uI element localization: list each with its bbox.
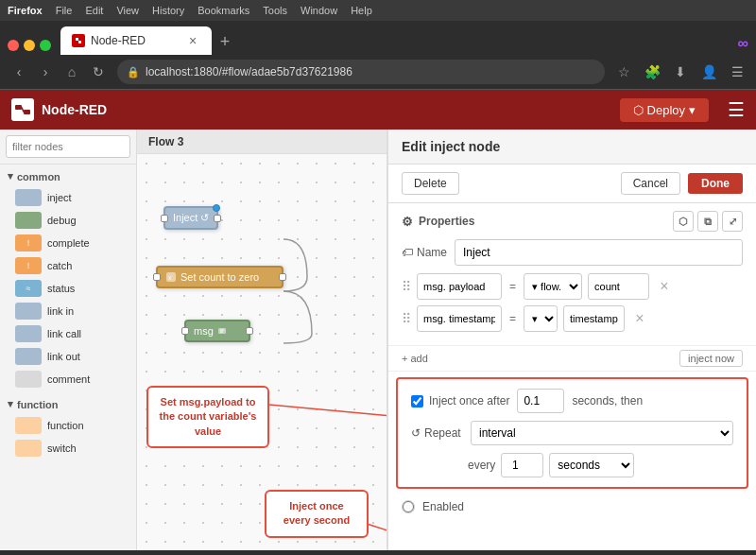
menu-view[interactable]: View	[116, 5, 139, 16]
extensions-icon[interactable]: 🧩	[641, 61, 663, 83]
status-bar: localhost:1880/#editor-tab-properties	[0, 550, 756, 555]
enabled-radio-input[interactable]	[403, 501, 414, 512]
sidebar-item-linkin[interactable]: link in	[0, 300, 136, 322]
sidebar-item-debug-label: debug	[47, 215, 77, 226]
delete-button[interactable]: Delete	[402, 172, 459, 195]
flow-tab[interactable]: Flow 3	[137, 130, 387, 154]
drag-handle-2[interactable]: ⠿	[402, 311, 411, 326]
inject-once-checkbox[interactable]	[411, 395, 423, 408]
sidebar-item-linkout[interactable]: link out	[0, 345, 136, 368]
logo-icon	[11, 98, 34, 121]
menu-edit[interactable]: Edit	[85, 5, 103, 16]
flow-canvas[interactable]: Inject ↺ x Set count to zero msg	[137, 154, 387, 550]
inject-once-value[interactable]	[517, 389, 564, 413]
section-function-header[interactable]: ▾ function	[0, 394, 136, 414]
sidebar-item-status[interactable]: ≈ status	[0, 277, 136, 300]
prop1-type-select[interactable]: ▾ flow.	[524, 273, 582, 300]
menu-app-name[interactable]: Firefox	[8, 5, 43, 16]
node-msg[interactable]: msg	[184, 320, 250, 342]
inject-port-left	[161, 215, 168, 222]
enabled-radio[interactable]	[402, 500, 415, 513]
sidebar-item-status-label: status	[47, 283, 75, 294]
refresh-btn[interactable]: ↻	[87, 61, 110, 83]
browser-chrome: Node-RED × + ∞ ‹ › ⌂ ↻ 🔒 localhost:1880/…	[0, 21, 756, 90]
setcount-label: Set count to zero	[180, 271, 259, 283]
download-icon[interactable]: ⬇	[669, 61, 692, 83]
menu-help[interactable]: Help	[351, 5, 372, 16]
node-inject[interactable]: Inject ↺	[163, 206, 218, 230]
every-value-input[interactable]	[501, 453, 543, 477]
deploy-label: Deploy	[647, 103, 685, 117]
sidebar-item-linkcall[interactable]: link call	[0, 322, 136, 345]
sort-icon[interactable]: ⬡	[673, 211, 694, 232]
edit-panel-title: Edit inject node	[402, 139, 500, 154]
menu-file[interactable]: File	[56, 5, 73, 16]
prop1-value-input[interactable]	[588, 273, 649, 300]
cancel-button[interactable]: Cancel	[621, 172, 680, 195]
prop2-key-input[interactable]	[417, 305, 502, 332]
app-header: Node-RED ⬡ Deploy ▾ ☰	[0, 90, 756, 130]
back-btn[interactable]: ‹	[8, 61, 30, 83]
sidebar-item-switch[interactable]: switch	[0, 437, 136, 460]
status-chip: ≈	[15, 280, 42, 297]
menu-tools[interactable]: Tools	[263, 5, 287, 16]
prop2-type-select[interactable]: ▾	[524, 305, 558, 332]
deploy-arrow: ▾	[689, 103, 696, 117]
deploy-button[interactable]: ⬡ Deploy ▾	[620, 98, 709, 122]
maximize-window-btn[interactable]	[40, 40, 51, 51]
forward-btn[interactable]: ›	[34, 61, 57, 83]
inject-once-row: Inject once after seconds, then	[411, 389, 733, 413]
every-unit-select[interactable]: seconds	[549, 453, 634, 477]
app-title: Node-RED	[42, 102, 107, 117]
minimize-window-btn[interactable]	[24, 40, 35, 51]
section-title: ⚙ Properties ⬡ ⧉ ⤢	[402, 211, 743, 232]
tab-close-btn[interactable]: ×	[185, 33, 200, 48]
menu-icon[interactable]: ☰	[726, 61, 748, 83]
menu-history[interactable]: History	[152, 5, 184, 16]
prop-row-2: ⠿ = ▾ ×	[402, 305, 743, 332]
prop1-key-input[interactable]	[417, 273, 502, 300]
menu-bookmarks[interactable]: Bookmarks	[198, 5, 249, 16]
url-bar[interactable]: 🔒 localhost:1880/#flow/adae5b7d37621986	[117, 60, 605, 84]
bookmark-icon[interactable]: ☆	[612, 61, 635, 83]
home-btn[interactable]: ⌂	[60, 61, 83, 83]
repeat-interval-select[interactable]: interval	[471, 421, 733, 445]
profile-icon[interactable]: 👤	[697, 61, 720, 83]
func-chip	[15, 417, 42, 434]
browser-tab[interactable]: Node-RED ×	[60, 26, 212, 55]
inject-once-label[interactable]: Inject once after	[411, 394, 509, 408]
name-input[interactable]	[455, 239, 743, 266]
nav-buttons: ‹ › ⌂ ↻	[8, 61, 110, 83]
node-setcount[interactable]: x Set count to zero	[156, 266, 284, 288]
filter-input[interactable]	[6, 135, 130, 158]
sidebar-item-debug[interactable]: debug	[0, 209, 136, 232]
sidebar-item-inject[interactable]: inject	[0, 186, 136, 209]
prop1-delete-btn[interactable]: ×	[655, 277, 674, 296]
expand-icon[interactable]: ⤢	[722, 211, 743, 232]
prop2-delete-btn[interactable]: ×	[630, 309, 649, 328]
sidebar-item-catch[interactable]: ! catch	[0, 254, 136, 277]
msg-port-left	[181, 327, 189, 335]
done-button[interactable]: Done	[688, 173, 743, 194]
main-content: ▾ common inject debug ! complete ! c	[0, 130, 756, 550]
close-window-btn[interactable]	[8, 40, 19, 51]
setcount-icon: x	[165, 271, 177, 283]
prop2-value-input[interactable]	[563, 305, 625, 332]
hamburger-menu[interactable]: ☰	[728, 98, 745, 121]
flow-tab-name: Flow 3	[148, 135, 183, 148]
sidebar-item-linkin-label: link in	[47, 305, 74, 317]
timing-section: Inject once after seconds, then ↺ Repeat…	[396, 377, 748, 489]
drag-handle-1[interactable]: ⠿	[402, 279, 411, 294]
name-label: 🏷 Name	[402, 246, 449, 259]
sidebar-item-function[interactable]: function	[0, 414, 136, 437]
tab-favicon	[72, 34, 85, 47]
complete-chip: !	[15, 234, 42, 251]
copy-icon[interactable]: ⧉	[697, 211, 718, 232]
inject-now-btn[interactable]: inject now	[679, 350, 743, 367]
sidebar-item-complete[interactable]: ! complete	[0, 232, 136, 254]
menu-window[interactable]: Window	[301, 5, 337, 16]
section-common-header[interactable]: ▾ common	[0, 166, 136, 186]
sidebar-item-comment[interactable]: comment	[0, 368, 136, 390]
new-tab-btn[interactable]: +	[214, 30, 236, 53]
add-btn[interactable]: + add	[402, 353, 428, 364]
